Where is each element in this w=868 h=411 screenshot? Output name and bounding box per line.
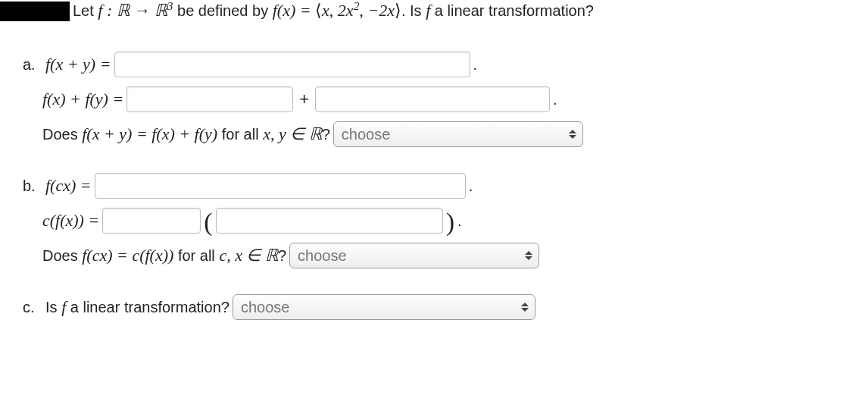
fx-input[interactable]: [126, 86, 293, 112]
part-b-question: Does f(cx) = c(f(x)) for all c, x ∈ ℝ?: [42, 246, 286, 265]
redaction-box: [0, 2, 70, 21]
stepper-icon: [567, 127, 578, 142]
part-a-select[interactable]: choose: [333, 121, 583, 147]
part-a-lhs1: f(x + y) =: [45, 55, 111, 74]
part-b-select[interactable]: choose: [289, 243, 539, 268]
plus-sign: +: [296, 89, 312, 109]
part-b-lhs1: f(cx) =: [45, 176, 92, 196]
part-c-marker: c.: [23, 299, 42, 316]
stepper-icon: [523, 248, 534, 263]
period: .: [553, 91, 557, 108]
part-b-lhs2: c(f(x)) =: [42, 211, 99, 231]
problem-prompt: Let f : ℝ → ℝ3 be defined by f(x) = ⟨x, …: [73, 1, 594, 20]
part-c: c. Is f a linear transformation? choose: [23, 294, 868, 320]
fxy-input[interactable]: [114, 52, 470, 77]
part-a: a. f(x + y) = . f(x) + f(y) = + . Does f…: [23, 52, 868, 147]
period: .: [457, 212, 462, 230]
select-placeholder: choose: [342, 126, 391, 143]
open-paren: (: [204, 209, 212, 235]
part-b: b. f(cx) = . c(f(x)) = ( ). Does f(cx) =…: [23, 173, 868, 268]
c-input[interactable]: [102, 208, 201, 234]
part-a-marker: a.: [23, 56, 42, 74]
close-paren: ): [446, 209, 454, 235]
select-placeholder: choose: [241, 299, 290, 316]
part-b-marker: b.: [23, 177, 42, 195]
fy-input[interactable]: [315, 86, 550, 112]
part-a-question: Does f(x + y) = f(x) + f(y) for all x, y…: [42, 124, 330, 144]
select-placeholder: choose: [298, 247, 347, 265]
part-c-question: Is f a linear transformation?: [45, 297, 229, 317]
part-c-select[interactable]: choose: [233, 294, 535, 320]
period: .: [469, 177, 473, 195]
fcx-input[interactable]: [95, 173, 466, 199]
stepper-icon: [520, 300, 530, 315]
part-a-lhs2: f(x) + f(y) =: [42, 89, 123, 109]
fx-inner-input[interactable]: [216, 208, 443, 234]
period: .: [473, 56, 478, 74]
